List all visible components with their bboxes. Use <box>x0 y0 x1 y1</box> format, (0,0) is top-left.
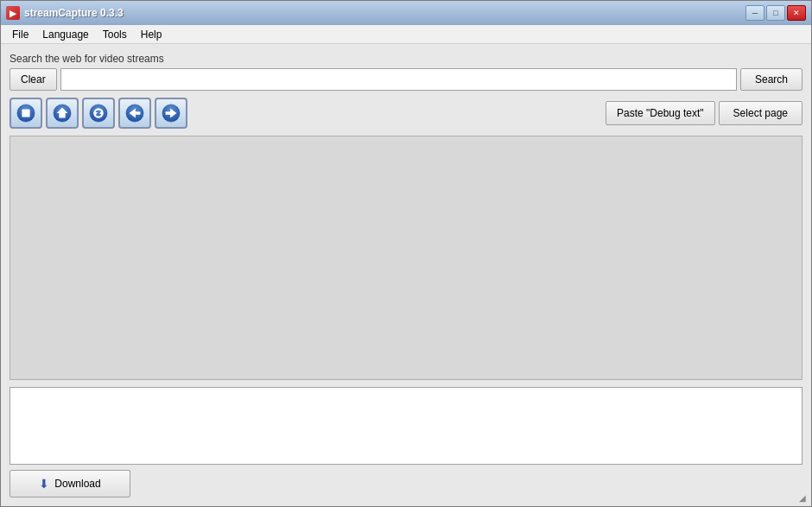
search-button[interactable]: Search <box>740 68 802 91</box>
close-button[interactable]: ✕ <box>787 5 806 21</box>
title-bar-text: streamCapture 0.3.3 <box>24 7 741 19</box>
search-section: Search the web for video streams Clear S… <box>10 53 802 91</box>
log-area[interactable] <box>10 387 802 465</box>
minimize-button[interactable]: ─ <box>745 5 764 21</box>
stop-button[interactable] <box>10 98 42 129</box>
select-page-button[interactable]: Select page <box>719 101 802 125</box>
maximize-button[interactable]: □ <box>766 5 785 21</box>
svg-rect-1 <box>22 109 29 117</box>
search-input[interactable] <box>60 68 737 91</box>
download-label: Download <box>54 478 100 490</box>
forward-button[interactable] <box>155 98 187 129</box>
paste-debug-button[interactable]: Paste "Debug text" <box>606 101 715 125</box>
app-icon: ▶ <box>6 6 20 20</box>
main-content: Search the web for video streams Clear S… <box>1 44 811 506</box>
search-label: Search the web for video streams <box>10 53 802 65</box>
bottom-section: ⬇ Download <box>10 387 802 497</box>
menu-help[interactable]: Help <box>134 27 169 42</box>
download-button[interactable]: ⬇ Download <box>10 470 130 497</box>
back-button[interactable] <box>118 98 151 129</box>
refresh-button[interactable] <box>82 98 115 129</box>
clear-button[interactable]: Clear <box>10 68 57 91</box>
title-bar: ▶ streamCapture 0.3.3 ─ □ ✕ <box>1 1 811 25</box>
toolbar-row: Paste "Debug text" Select page <box>10 98 802 129</box>
menu-file[interactable]: File <box>5 27 35 42</box>
resize-handle[interactable]: ◢ <box>799 494 809 504</box>
menu-bar: File Language Tools Help <box>1 25 811 44</box>
search-row: Clear Search <box>10 68 802 91</box>
title-bar-controls: ─ □ ✕ <box>745 5 806 21</box>
menu-tools[interactable]: Tools <box>96 27 134 42</box>
browser-area <box>10 136 802 380</box>
download-icon: ⬇ <box>39 477 49 491</box>
menu-language[interactable]: Language <box>35 27 95 42</box>
svg-point-4 <box>90 105 107 122</box>
home-button[interactable] <box>46 98 79 129</box>
